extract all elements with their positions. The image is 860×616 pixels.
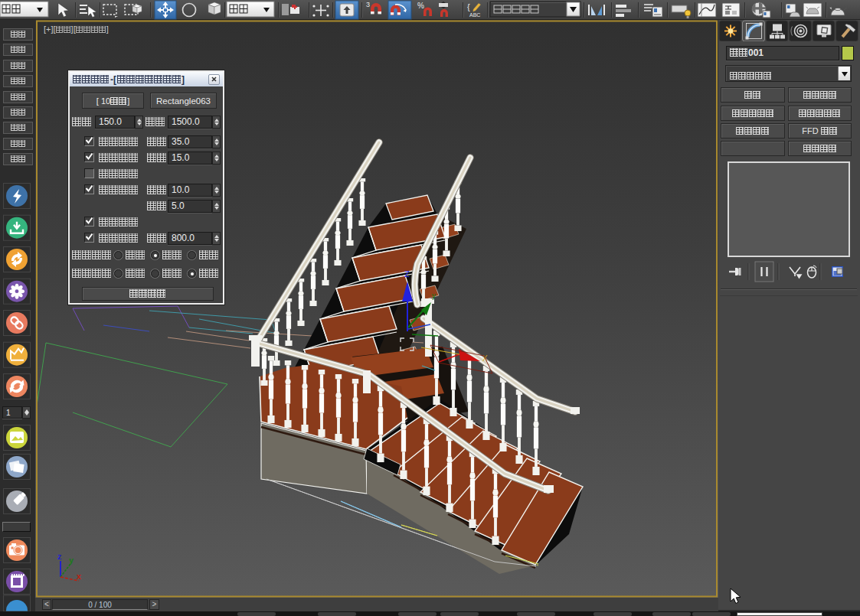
svg-text:y: y [432,292,436,300]
svg-text:z: z [57,552,62,561]
svg-text:3: 3 [366,1,370,8]
svg-text:{: { [467,2,470,11]
svg-text:Z: Z [404,269,410,279]
svg-text:y: y [69,556,74,565]
svg-text:ABC: ABC [469,12,480,18]
svg-text:x: x [77,572,82,581]
svg-text:%: % [417,2,424,10]
